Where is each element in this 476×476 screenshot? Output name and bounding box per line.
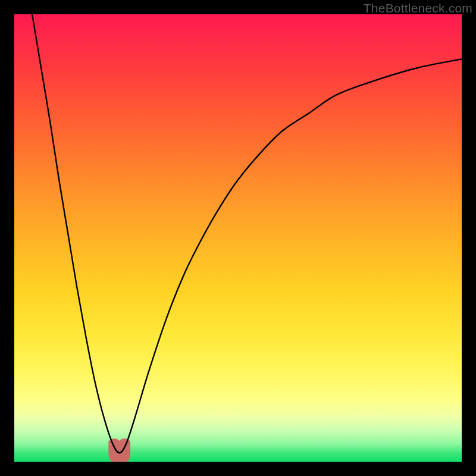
watermark-text: TheBottleneck.com	[364, 1, 472, 15]
chart-frame: TheBottleneck.com	[0, 0, 476, 476]
plot-area	[14, 14, 462, 462]
bottleneck-curve-path	[32, 14, 462, 453]
curve-layer	[14, 14, 462, 462]
